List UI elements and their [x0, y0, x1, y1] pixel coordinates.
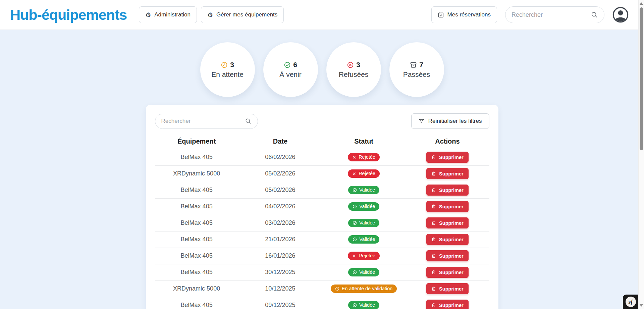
column-header-date: Date	[238, 134, 322, 149]
column-header-status: Statut	[322, 134, 406, 149]
trash-icon	[431, 303, 436, 308]
nav-manage-equipment-label: Gérer mes équipements	[216, 11, 277, 18]
equipment-cell: BelMax 405	[155, 215, 238, 231]
table-row: BelMax 40504/02/2026ValidéeSupprimer	[155, 198, 489, 215]
table-body: BelMax 40506/02/2026RejetéeSupprimerXRDy…	[155, 149, 489, 309]
x-circle-icon	[347, 61, 354, 68]
check-circle-icon	[353, 188, 357, 192]
date-cell: 16/01/2026	[238, 248, 322, 264]
reset-filters-label: Réinitialiser les filtres	[428, 118, 482, 124]
my-reservations-label: Mes réservations	[447, 11, 491, 18]
table-row: BelMax 40530/12/2025ValidéeSupprimer	[155, 264, 489, 280]
delete-button[interactable]: Supprimer	[426, 234, 469, 245]
nav-administration-label: Administration	[154, 11, 191, 18]
column-header-equipment: Équipement	[155, 134, 238, 149]
equipment-cell: BelMax 405	[155, 198, 238, 215]
trash-icon	[431, 220, 436, 225]
table-row: BelMax 40505/02/2026ValidéeSupprimer	[155, 182, 489, 198]
stats-row: 3 En attente 6 À venir	[0, 42, 644, 97]
scroll-up-arrow-icon[interactable]	[639, 2, 643, 5]
app-logo[interactable]: Hub-équipements	[10, 7, 127, 23]
x-icon	[352, 254, 356, 258]
clock-icon	[335, 287, 339, 291]
status-badge: Validée	[348, 235, 379, 244]
my-reservations-button[interactable]: Mes réservations	[431, 6, 497, 23]
table-search	[155, 114, 258, 129]
trash-icon	[431, 204, 436, 209]
delete-button[interactable]: Supprimer	[426, 267, 469, 278]
trash-icon	[431, 237, 436, 242]
table-row: BelMax 40509/12/2025ValidéeSupprimer	[155, 297, 489, 309]
column-header-actions: Actions	[406, 134, 489, 149]
delete-button[interactable]: Supprimer	[426, 283, 469, 294]
stat-upcoming-count: 6	[293, 61, 297, 69]
delete-button[interactable]: Supprimer	[426, 185, 469, 196]
header-search	[505, 6, 604, 23]
clock-icon	[221, 61, 228, 68]
gear-icon: ⚙	[207, 12, 213, 18]
date-cell: 05/02/2026	[238, 165, 322, 182]
delete-button[interactable]: Supprimer	[426, 217, 469, 228]
stat-refused-count: 3	[356, 61, 360, 69]
trash-icon	[431, 171, 436, 176]
nav-administration-button[interactable]: ⚙ Administration	[139, 6, 197, 23]
x-icon	[352, 155, 356, 159]
reset-filters-button[interactable]: Réinitialiser les filtres	[411, 113, 489, 129]
nav-manage-equipment-button[interactable]: ⚙ Gérer mes équipements	[201, 6, 284, 23]
stat-past-count: 7	[419, 61, 423, 69]
filter-funnel-icon	[419, 118, 424, 124]
calendar-check-icon	[438, 12, 444, 18]
table-search-input[interactable]	[161, 118, 245, 124]
trash-icon	[431, 155, 436, 160]
status-badge: Validée	[348, 186, 379, 194]
archive-icon	[410, 61, 417, 68]
check-circle-icon	[353, 237, 357, 242]
date-cell: 09/12/2025	[238, 297, 322, 309]
equipment-cell: XRDynamic 5000	[155, 165, 238, 182]
gear-icon: ⚙	[145, 12, 151, 18]
table-row: BelMax 40503/02/2026ValidéeSupprimer	[155, 215, 489, 231]
stat-pending[interactable]: 3 En attente	[200, 42, 255, 97]
delete-button[interactable]: Supprimer	[426, 152, 469, 163]
stat-past[interactable]: 7 Passées	[389, 42, 444, 97]
stat-past-label: Passées	[403, 70, 430, 79]
equipment-cell: BelMax 405	[155, 297, 238, 309]
stat-upcoming[interactable]: 6 À venir	[263, 42, 318, 97]
status-badge: En attente de validation	[331, 285, 397, 293]
equipment-cell: BelMax 405	[155, 149, 238, 165]
trash-icon	[431, 188, 436, 193]
equipment-cell: XRDynamic 5000	[155, 280, 238, 297]
header-search-input[interactable]	[512, 11, 591, 18]
table-row: BelMax 40506/02/2026RejetéeSupprimer	[155, 149, 489, 165]
app-header: Hub-équipements ⚙ Administration ⚙ Gérer…	[0, 0, 644, 30]
search-icon	[591, 11, 598, 18]
date-cell: 03/02/2026	[238, 215, 322, 231]
trash-icon	[431, 286, 436, 291]
table-row: XRDynamic 500010/12/2025En attente de va…	[155, 280, 489, 297]
check-circle-icon	[353, 221, 357, 225]
search-icon	[245, 118, 252, 124]
status-badge: Validée	[348, 268, 379, 276]
scrollbar-thumb[interactable]	[640, 7, 643, 150]
delete-button[interactable]: Supprimer	[426, 168, 469, 179]
delete-button[interactable]: Supprimer	[426, 201, 469, 212]
main-content: 3 En attente 6 À venir	[0, 42, 644, 309]
reservations-table: Équipement Date Statut Actions BelMax 40…	[155, 134, 489, 309]
reservations-card: Réinitialiser les filtres Équipement Dat…	[146, 105, 498, 309]
scroll-down-arrow-icon[interactable]	[639, 304, 643, 307]
user-avatar[interactable]	[612, 7, 629, 23]
table-row: BelMax 40521/01/2026ValidéeSupprimer	[155, 231, 489, 248]
trash-icon	[431, 253, 436, 258]
delete-button[interactable]: Supprimer	[426, 250, 469, 261]
date-cell: 30/12/2025	[238, 264, 322, 280]
check-circle-icon	[353, 204, 357, 209]
page-scrollbar[interactable]	[638, 0, 644, 309]
check-circle-icon	[353, 303, 357, 307]
date-cell: 04/02/2026	[238, 198, 322, 215]
delete-button[interactable]: Supprimer	[426, 300, 469, 309]
stat-refused[interactable]: 3 Refusées	[326, 42, 381, 97]
stat-refused-label: Refusées	[339, 70, 369, 79]
symfony-debug-badge[interactable]: sf	[623, 295, 638, 309]
status-badge: Rejetée	[348, 169, 380, 178]
stat-pending-label: En attente	[211, 70, 244, 79]
